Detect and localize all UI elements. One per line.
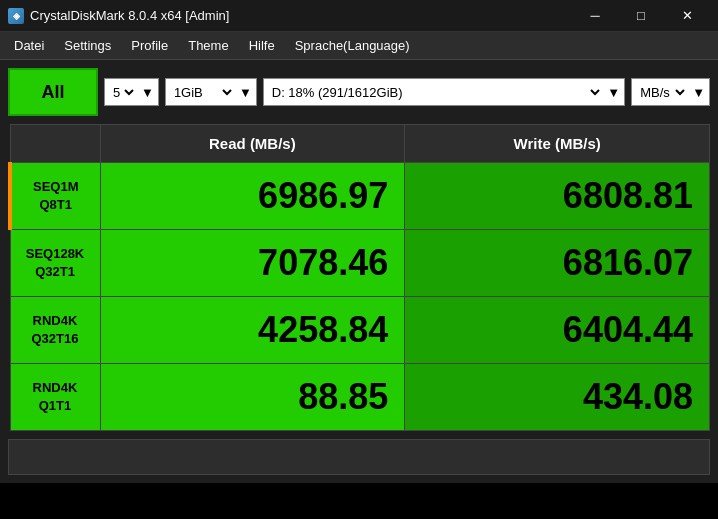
row-label-2: RND4KQ32T16 (10, 297, 100, 364)
benchmark-table: Read (MB/s) Write (MB/s) SEQ1MQ8T16986.9… (8, 124, 710, 431)
app-icon: ◈ (8, 8, 24, 24)
col-header-label (10, 125, 100, 163)
size-dropdown[interactable]: 1GiB 512MiB 2GiB 4GiB (170, 84, 235, 101)
col-header-write: Write (MB/s) (405, 125, 710, 163)
window-title: CrystalDiskMark 8.0.4 x64 [Admin] (30, 8, 572, 23)
runs-dropdown[interactable]: 5 1 3 9 (109, 84, 137, 101)
read-value-2: 4258.84 (100, 297, 405, 364)
read-value-3: 88.85 (100, 364, 405, 431)
write-value-1: 6816.07 (405, 230, 710, 297)
menu-settings[interactable]: Settings (54, 34, 121, 57)
size-select[interactable]: 1GiB 512MiB 2GiB 4GiB ▼ (165, 78, 257, 106)
row-label-3: RND4KQ1T1 (10, 364, 100, 431)
all-button[interactable]: All (8, 68, 98, 116)
table-row: RND4KQ32T164258.846404.44 (10, 297, 710, 364)
controls-row: All 5 1 3 9 ▼ 1GiB 512MiB 2GiB 4GiB ▼ D:… (8, 68, 710, 116)
title-bar: ◈ CrystalDiskMark 8.0.4 x64 [Admin] ─ □ … (0, 0, 718, 32)
table-row: RND4KQ1T188.85434.08 (10, 364, 710, 431)
row-label-0: SEQ1MQ8T1 (10, 163, 100, 230)
write-value-2: 6404.44 (405, 297, 710, 364)
status-bar (8, 439, 710, 475)
menu-bar: Datei Settings Profile Theme Hilfe Sprac… (0, 32, 718, 60)
menu-hilfe[interactable]: Hilfe (239, 34, 285, 57)
window-controls: ─ □ ✕ (572, 0, 710, 32)
read-value-1: 7078.46 (100, 230, 405, 297)
unit-dropdown[interactable]: MB/s GB/s IOPS (636, 84, 688, 101)
drive-select[interactable]: D: 18% (291/1612GiB) C: 50% (100/200GiB)… (263, 78, 625, 106)
drive-dropdown[interactable]: D: 18% (291/1612GiB) C: 50% (100/200GiB) (268, 84, 604, 101)
maximize-button[interactable]: □ (618, 0, 664, 32)
table-row: SEQ1MQ8T16986.976808.81 (10, 163, 710, 230)
read-value-0: 6986.97 (100, 163, 405, 230)
row-label-1: SEQ128KQ32T1 (10, 230, 100, 297)
col-header-read: Read (MB/s) (100, 125, 405, 163)
menu-profile[interactable]: Profile (121, 34, 178, 57)
runs-select[interactable]: 5 1 3 9 ▼ (104, 78, 159, 106)
write-value-0: 6808.81 (405, 163, 710, 230)
menu-language[interactable]: Sprache(Language) (285, 34, 420, 57)
minimize-button[interactable]: ─ (572, 0, 618, 32)
close-button[interactable]: ✕ (664, 0, 710, 32)
write-value-3: 434.08 (405, 364, 710, 431)
main-content: All 5 1 3 9 ▼ 1GiB 512MiB 2GiB 4GiB ▼ D:… (0, 60, 718, 483)
unit-select[interactable]: MB/s GB/s IOPS ▼ (631, 78, 710, 106)
menu-datei[interactable]: Datei (4, 34, 54, 57)
menu-theme[interactable]: Theme (178, 34, 238, 57)
table-row: SEQ128KQ32T17078.466816.07 (10, 230, 710, 297)
